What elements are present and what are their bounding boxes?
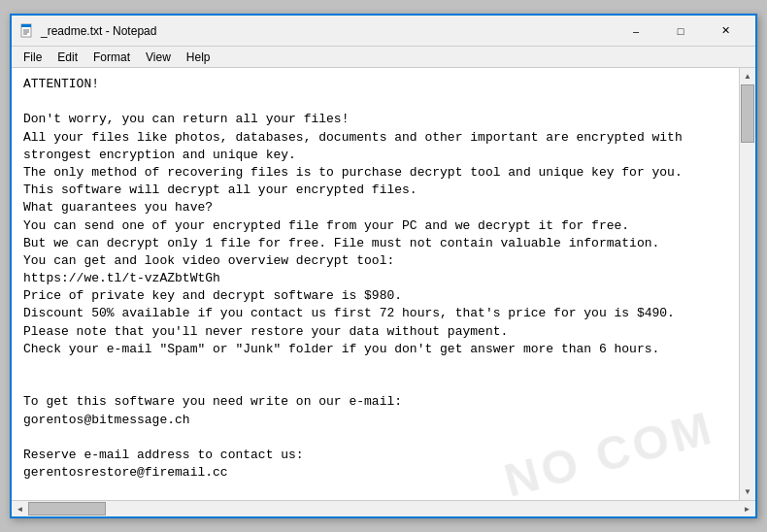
title-bar: _readme.txt - Notepad – □ ✕ (12, 16, 755, 47)
svg-rect-1 (21, 24, 31, 27)
title-bar-controls: – □ ✕ (614, 16, 748, 47)
title-bar-text: _readme.txt - Notepad (41, 24, 614, 38)
menu-edit[interactable]: Edit (50, 49, 85, 66)
scroll-thumb-h[interactable] (28, 502, 106, 515)
scroll-track-h[interactable] (28, 501, 739, 516)
content-area: ATTENTION! Don't worry, you can return a… (12, 68, 755, 500)
close-button[interactable]: ✕ (703, 16, 748, 47)
menu-format[interactable]: Format (85, 49, 138, 66)
scroll-left-arrow[interactable]: ◄ (12, 501, 28, 517)
scroll-up-arrow[interactable]: ▲ (740, 68, 756, 84)
scroll-right-arrow[interactable]: ► (739, 501, 755, 517)
menu-view[interactable]: View (138, 49, 179, 66)
menu-help[interactable]: Help (179, 49, 218, 66)
vertical-scrollbar[interactable]: ▲ ▼ (739, 68, 755, 500)
text-editor[interactable]: ATTENTION! Don't worry, you can return a… (12, 68, 739, 500)
notepad-icon (19, 23, 35, 39)
notepad-window: _readme.txt - Notepad – □ ✕ File Edit Fo… (10, 14, 757, 518)
minimize-button[interactable]: – (614, 16, 658, 47)
maximize-button[interactable]: □ (658, 16, 703, 47)
scroll-track-v[interactable] (740, 84, 755, 483)
horizontal-scrollbar[interactable]: ◄ ► (12, 500, 755, 516)
scroll-thumb-v[interactable] (741, 84, 754, 143)
menu-bar: File Edit Format View Help (12, 47, 755, 68)
scroll-down-arrow[interactable]: ▼ (740, 483, 756, 500)
menu-file[interactable]: File (16, 49, 50, 66)
